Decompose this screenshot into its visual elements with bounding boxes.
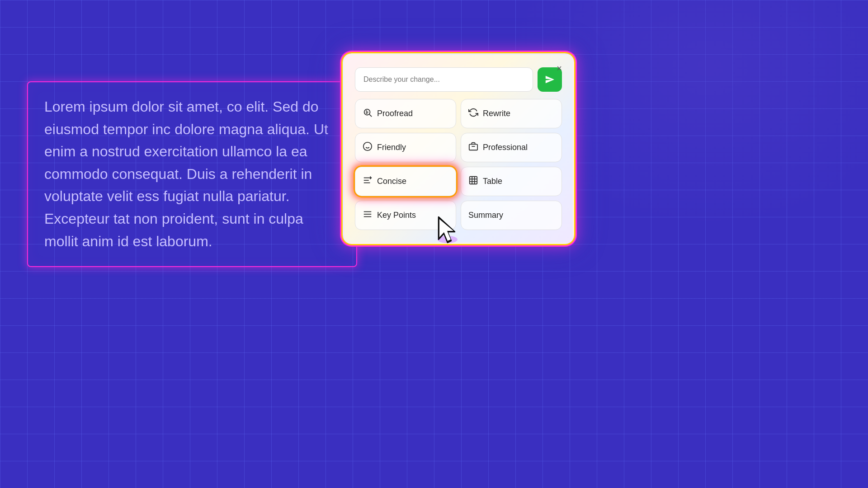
proofread-label: Proofread [377, 109, 413, 118]
describe-change-input[interactable] [355, 67, 533, 92]
table-icon [468, 175, 478, 188]
rewrite-label: Rewrite [483, 109, 510, 118]
svg-point-5 [363, 142, 372, 150]
professional-label: Professional [483, 143, 528, 152]
send-icon [545, 75, 555, 84]
svg-rect-8 [469, 144, 477, 150]
proofread-button[interactable]: Proofread [355, 99, 456, 128]
key-points-button[interactable]: Key Points [355, 201, 456, 230]
ai-panel: × Proofread [343, 53, 574, 244]
friendly-icon [363, 141, 373, 154]
concise-icon [363, 175, 373, 188]
key-points-label: Key Points [377, 211, 416, 220]
svg-rect-14 [470, 177, 477, 184]
concise-label: Concise [377, 177, 406, 186]
table-button[interactable]: Table [461, 167, 562, 196]
action-buttons-grid: Proofread Rewrite Friendl [355, 99, 562, 230]
close-icon: × [557, 63, 562, 74]
summary-button[interactable]: Summary [461, 201, 562, 230]
text-content-box: Lorem ipsum dolor sit amet, co elit. Sed… [27, 81, 357, 267]
close-button[interactable]: × [553, 62, 566, 75]
rewrite-icon [468, 108, 478, 120]
summary-label: Summary [468, 211, 503, 220]
lorem-ipsum-text: Lorem ipsum dolor sit amet, co elit. Sed… [44, 96, 340, 253]
friendly-button[interactable]: Friendly [355, 133, 456, 162]
svg-line-1 [369, 114, 372, 117]
proofread-icon [363, 108, 373, 120]
table-label: Table [483, 177, 502, 186]
friendly-label: Friendly [377, 143, 406, 152]
concise-button[interactable]: Concise [355, 167, 456, 196]
key-points-icon [363, 209, 373, 221]
search-row [355, 67, 562, 92]
professional-button[interactable]: Professional [461, 133, 562, 162]
rewrite-button[interactable]: Rewrite [461, 99, 562, 128]
professional-icon [468, 141, 478, 154]
